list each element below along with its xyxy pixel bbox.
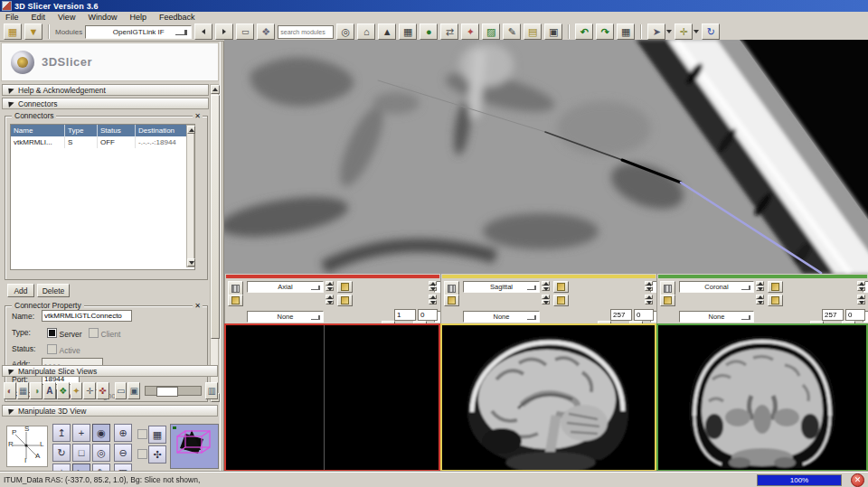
label-spinner[interactable] bbox=[857, 281, 865, 291]
colors-module-button[interactable]: ▤ bbox=[524, 23, 542, 40]
col-status[interactable]: Status bbox=[98, 125, 136, 136]
fg-spinner[interactable] bbox=[326, 295, 334, 304]
center-view-button[interactable]: + bbox=[72, 424, 90, 442]
volume-rendering-module-button[interactable]: ▣ bbox=[544, 23, 562, 40]
find-module-button[interactable]: ◎ bbox=[336, 23, 354, 40]
module-panel-scrollbar[interactable] bbox=[210, 84, 219, 402]
mouse-mode-control[interactable]: ➤ bbox=[647, 23, 672, 40]
orientation-spinner[interactable] bbox=[542, 281, 550, 291]
help-acknowledgement-header[interactable]: Help & Acknowledgement bbox=[2, 84, 209, 96]
bg-spinner[interactable] bbox=[429, 295, 437, 304]
manipulate-slice-views-header[interactable]: Manipulate Slice Views bbox=[2, 365, 218, 377]
redo-button[interactable]: ↷ bbox=[596, 23, 614, 40]
orientation-dropdown[interactable]: Sagittal bbox=[463, 281, 540, 293]
orientation-spinner[interactable] bbox=[756, 281, 764, 291]
module-forward-button[interactable] bbox=[215, 23, 233, 40]
models-module-button[interactable]: ● bbox=[420, 23, 438, 40]
layout-selector-button[interactable]: ▦ bbox=[617, 23, 635, 40]
delete-connector-button[interactable]: Delete bbox=[37, 284, 70, 297]
col-destination[interactable]: Destination bbox=[136, 125, 193, 136]
orientation-dropdown[interactable]: Axial bbox=[247, 281, 324, 293]
orientation-dropdown[interactable]: Coronal bbox=[679, 281, 754, 293]
menu-window[interactable]: Window bbox=[88, 13, 117, 22]
offset-value-field[interactable] bbox=[394, 309, 416, 321]
offset-range-field[interactable] bbox=[845, 309, 865, 321]
sagittal-color-bar[interactable] bbox=[442, 275, 656, 278]
manipulate-3d-view-header[interactable]: Manipulate 3D View bbox=[2, 405, 218, 417]
chevron-down-icon[interactable] bbox=[666, 30, 672, 33]
fg-spinner[interactable] bbox=[756, 295, 764, 304]
foreground-dropdown[interactable]: None bbox=[463, 311, 540, 323]
menu-edit[interactable]: Edit bbox=[32, 13, 46, 22]
import-scene-button[interactable]: ▼ bbox=[24, 23, 42, 40]
scroll-up-button[interactable] bbox=[187, 126, 195, 134]
coronal-color-bar[interactable] bbox=[658, 275, 867, 278]
table-row[interactable]: vtkMRMLI... S OFF -.-.-.-:18944 bbox=[11, 136, 194, 148]
fg-spinner[interactable] bbox=[542, 295, 550, 304]
slice-crosshair-icon[interactable]: ✛ bbox=[83, 382, 96, 399]
view-single-module-button[interactable]: ▭ bbox=[236, 23, 254, 40]
close-icon[interactable]: ✕ bbox=[193, 112, 203, 120]
fiducials-module-button[interactable]: ✦ bbox=[461, 23, 479, 40]
col-name[interactable]: Name bbox=[11, 125, 65, 136]
slice-annotations-icon[interactable]: A bbox=[43, 382, 56, 399]
status-active-checkbox[interactable]: Active bbox=[47, 344, 80, 355]
menu-feedback[interactable]: Feedback bbox=[159, 13, 195, 22]
rock-view-icon[interactable]: ✣ bbox=[148, 445, 166, 464]
slice-interpolate-icon[interactable]: ▦ bbox=[17, 382, 30, 399]
slice-crosshair-mode-icon[interactable]: ✜ bbox=[97, 382, 109, 399]
label-spinner[interactable] bbox=[429, 281, 437, 291]
camera-button[interactable]: ◉ bbox=[92, 424, 110, 442]
navigation-preview[interactable] bbox=[170, 424, 219, 469]
bg-spinner[interactable] bbox=[857, 295, 865, 304]
place-fiducial-icon[interactable]: ✛ bbox=[675, 23, 693, 40]
spin-view-icon[interactable]: ▦ bbox=[148, 426, 166, 444]
slice-label-opacity-icon[interactable]: ◑ bbox=[30, 382, 42, 399]
scroll-down-button[interactable] bbox=[187, 258, 195, 267]
foreground-dropdown[interactable]: None bbox=[247, 311, 324, 323]
rotate-view-button[interactable]: ↻ bbox=[52, 444, 71, 462]
rock-view-option[interactable] bbox=[137, 449, 147, 460]
sagittal-slice-viewport[interactable] bbox=[440, 323, 656, 472]
fit-slices-button[interactable]: ▭ bbox=[115, 382, 127, 399]
slice-opacity-slider[interactable] bbox=[145, 386, 202, 396]
slice-spatial-units-icon[interactable]: ✦ bbox=[71, 382, 83, 399]
offset-range-field[interactable] bbox=[418, 309, 438, 321]
snapshot-button[interactable]: ◎ bbox=[92, 444, 110, 462]
offset-value-field[interactable] bbox=[610, 309, 632, 321]
add-connector-button[interactable]: Add bbox=[7, 284, 34, 297]
data-module-button[interactable]: ▲ bbox=[378, 23, 396, 40]
type-client-checkbox[interactable]: Client bbox=[89, 328, 120, 339]
offset-value-field[interactable] bbox=[822, 309, 844, 321]
volumes-module-button[interactable]: ▦ bbox=[399, 23, 417, 40]
background-layer-icon[interactable] bbox=[768, 295, 783, 306]
label-layer-icon[interactable] bbox=[768, 281, 783, 293]
connector-list-scrollbar[interactable] bbox=[186, 125, 194, 267]
background-layer-icon[interactable] bbox=[337, 295, 353, 306]
scroll-up-button[interactable] bbox=[211, 85, 220, 94]
slice-visibility-icon[interactable]: ◐ bbox=[4, 382, 16, 399]
col-type[interactable]: Type bbox=[65, 125, 98, 136]
orientation-axes-widget[interactable]: S I L R A P bbox=[6, 426, 48, 467]
zoom-in-button[interactable]: ⊕ bbox=[114, 424, 132, 442]
place-mode-control[interactable]: ✛ bbox=[675, 23, 699, 40]
module-back-button[interactable] bbox=[194, 23, 212, 40]
label-layer-icon[interactable] bbox=[337, 281, 353, 293]
orientation-spinner[interactable] bbox=[326, 281, 334, 291]
slice-features-button[interactable]: ▣ bbox=[127, 382, 140, 399]
menu-file[interactable]: File bbox=[5, 13, 19, 22]
main-slice-view[interactable] bbox=[224, 40, 868, 274]
rotate-up-button[interactable]: ↥ bbox=[52, 424, 71, 442]
coronal-slice-viewport[interactable] bbox=[656, 323, 868, 472]
label-spinner[interactable] bbox=[645, 281, 653, 291]
module-panel-button[interactable]: ❖ bbox=[257, 23, 275, 40]
foreground-layer-icon[interactable] bbox=[444, 295, 459, 306]
slider-thumb[interactable] bbox=[156, 387, 178, 397]
offset-range-field[interactable] bbox=[634, 309, 654, 321]
refresh-button[interactable]: ↻ bbox=[702, 23, 720, 40]
background-layer-icon[interactable] bbox=[553, 295, 569, 306]
home-module-button[interactable]: ⌂ bbox=[357, 23, 375, 40]
connectors-section-header[interactable]: Connectors bbox=[2, 98, 209, 109]
foreground-layer-icon[interactable] bbox=[660, 295, 675, 306]
module-search-input[interactable] bbox=[278, 25, 334, 39]
